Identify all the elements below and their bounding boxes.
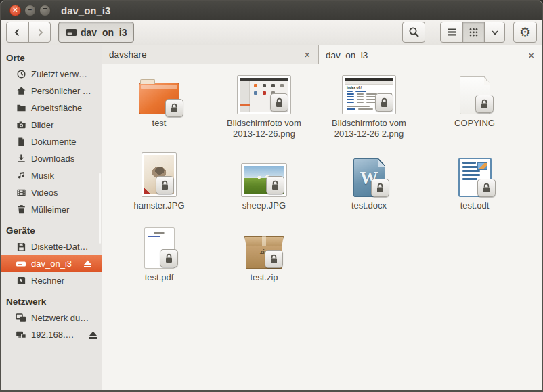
view-mode-segment bbox=[440, 22, 505, 43]
home-icon bbox=[16, 86, 26, 97]
lock-emblem-icon bbox=[160, 249, 178, 267]
file-sheep-jpg[interactable]: sheep.JPG bbox=[213, 151, 315, 211]
minimize-window-button[interactable]: − bbox=[24, 5, 36, 16]
camera-icon bbox=[16, 120, 26, 131]
sidebar-item-label: Downloads bbox=[31, 154, 74, 164]
sidebar-item-label: Arbeitsfläche bbox=[31, 103, 82, 113]
sidebar-item-label: Mülleimer bbox=[31, 204, 69, 215]
sidebar-item-label: Netzwerk du… bbox=[31, 313, 89, 323]
tab-close-icon[interactable]: × bbox=[303, 49, 311, 60]
sidebar-item-bilder[interactable]: Bilder bbox=[1, 116, 102, 133]
chevron-down-icon bbox=[490, 28, 500, 37]
tab-bar: davshare × dav_on_i3 × bbox=[102, 45, 542, 64]
search-icon bbox=[408, 26, 420, 38]
list-view-button[interactable] bbox=[440, 22, 463, 43]
document-icon bbox=[16, 137, 26, 148]
list-view-icon bbox=[447, 28, 457, 37]
file-test-pdf[interactable]: test.pdf bbox=[108, 227, 210, 283]
sidebar-item-muelleimer[interactable]: Mülleimer bbox=[1, 201, 102, 218]
sidebar-item-label: Diskette-Dat… bbox=[31, 242, 89, 252]
floppy-icon bbox=[16, 242, 26, 253]
sidebar-item-diskette[interactable]: Diskette-Dat… bbox=[1, 238, 102, 255]
sidebar-item-musik[interactable]: Musik bbox=[1, 167, 102, 184]
eject-button[interactable] bbox=[89, 331, 97, 339]
file-name: COPYING bbox=[454, 118, 495, 129]
sidebar-item-videos[interactable]: Videos bbox=[1, 184, 102, 201]
path-bar-location-button[interactable]: dav_on_i3 bbox=[58, 22, 134, 43]
tab-davshare[interactable]: davshare × bbox=[102, 45, 319, 64]
photo-thumbnail bbox=[241, 163, 287, 197]
thumbnail-text: Index of / bbox=[347, 86, 393, 89]
file-hamster-jpg[interactable]: hamster.JPG bbox=[108, 151, 210, 211]
grid-view-icon bbox=[469, 27, 479, 37]
file-test-zip[interactable]: zip test.zip bbox=[213, 227, 315, 283]
sidebar-item-arbeitsflaeche[interactable]: Arbeitsfläche bbox=[1, 100, 102, 116]
sidebar-item-dav-on-i3[interactable]: dav_on_i3 bbox=[1, 255, 102, 272]
close-window-button[interactable]: ✕ bbox=[9, 5, 21, 16]
sidebar-section-orte: Orte bbox=[1, 49, 102, 66]
eject-button[interactable] bbox=[83, 260, 92, 268]
sidebar-item-label: Dokumente bbox=[31, 137, 76, 147]
file-test-odt[interactable]: test.odt bbox=[424, 151, 525, 211]
pdf-document-icon bbox=[144, 227, 175, 269]
file-test-folder[interactable]: test bbox=[108, 71, 210, 129]
minimize-icon: − bbox=[28, 7, 32, 14]
maximize-window-button[interactable] bbox=[39, 5, 51, 16]
sidebar-scrollbar[interactable] bbox=[99, 173, 101, 244]
network-icon bbox=[16, 313, 26, 324]
file-copying[interactable]: COPYING bbox=[424, 71, 525, 129]
music-icon bbox=[16, 171, 26, 181]
file-name: sheep.JPG bbox=[242, 200, 286, 211]
lock-emblem-icon bbox=[371, 179, 389, 197]
forward-button[interactable] bbox=[28, 22, 51, 43]
sidebar-item-rechner[interactable]: Rechner bbox=[1, 272, 102, 289]
forward-icon bbox=[35, 27, 45, 38]
file-name: test.pdf bbox=[145, 272, 174, 283]
lock-emblem-icon bbox=[265, 250, 283, 268]
sidebar-item-dokumente[interactable]: Dokumente bbox=[1, 133, 102, 150]
lock-emblem-icon bbox=[270, 93, 288, 112]
sidebar-item-label: Videos bbox=[31, 188, 58, 198]
file-name: test.zip bbox=[250, 272, 278, 283]
file-name: Bildschirmfoto vom 2013-12-26.png bbox=[223, 118, 305, 139]
lock-emblem-icon bbox=[375, 93, 393, 112]
grid-view-button[interactable] bbox=[462, 22, 485, 43]
file-test-docx[interactable]: W test.docx bbox=[318, 151, 420, 211]
download-icon bbox=[16, 154, 26, 165]
title-bar[interactable]: ✕ − dav_on_i3 bbox=[1, 1, 542, 20]
tab-close-icon[interactable]: × bbox=[527, 49, 536, 61]
back-button[interactable] bbox=[6, 22, 29, 43]
screenshot-thumbnail: Index of / bbox=[342, 75, 396, 114]
tab-dav-on-i3[interactable]: dav_on_i3 × bbox=[319, 45, 542, 64]
sidebar-item-192-168[interactable]: 192.168.… bbox=[1, 326, 102, 343]
sidebar-item-netzwerk-durchsuchen[interactable]: Netzwerk du… bbox=[1, 309, 102, 326]
menu-button[interactable]: ⚙ bbox=[513, 22, 537, 43]
file-name: hamster.JPG bbox=[133, 200, 184, 211]
sidebar-item-downloads[interactable]: Downloads bbox=[1, 150, 102, 167]
file-name: Bildschirmfoto vom 2013-12-26 2.png bbox=[328, 118, 410, 139]
clock-icon bbox=[16, 69, 26, 80]
places-sidebar: Orte Zuletzt verw… Persönlicher … Arbeit… bbox=[1, 45, 102, 390]
sidebar-section-geraete: Geräte bbox=[1, 222, 102, 238]
path-bar-label: dav_on_i3 bbox=[81, 27, 127, 38]
folder-icon bbox=[139, 83, 179, 114]
file-bildschirmfoto-2[interactable]: Index of / Bildschi bbox=[318, 71, 420, 139]
file-manager-window: ✕ − dav_on_i3 dav_on_i3 bbox=[0, 0, 543, 392]
screenshot-thumbnail bbox=[237, 75, 291, 114]
archive-icon: zip bbox=[244, 236, 284, 269]
sidebar-item-persoenlicher-ordner[interactable]: Persönlicher … bbox=[1, 83, 102, 100]
harddrive-icon bbox=[66, 28, 77, 37]
maximize-icon bbox=[43, 8, 47, 12]
window-title: dav_on_i3 bbox=[61, 5, 110, 16]
search-button[interactable] bbox=[402, 22, 425, 43]
close-icon: ✕ bbox=[12, 7, 18, 14]
file-bildschirmfoto-1[interactable]: Bildschirmfoto vom 2013-12-26.png bbox=[213, 71, 315, 139]
sidebar-item-label: Persönlicher … bbox=[31, 86, 91, 96]
file-name: test bbox=[152, 118, 167, 129]
view-options-dropdown-button[interactable] bbox=[484, 22, 505, 43]
file-grid[interactable]: test bbox=[102, 64, 542, 390]
sidebar-item-label: 192.168.… bbox=[31, 330, 74, 340]
sidebar-item-zuletzt-verwendet[interactable]: Zuletzt verw… bbox=[1, 66, 102, 83]
computer-icon bbox=[16, 276, 26, 286]
lock-emblem-icon bbox=[475, 95, 494, 113]
